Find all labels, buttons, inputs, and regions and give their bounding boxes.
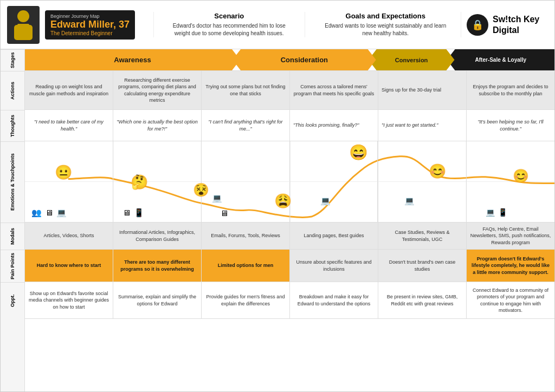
pain-3: Limited options for men: [202, 250, 290, 282]
goals-section: Goals and Expectations Edward wants to l…: [311, 12, 462, 37]
oppt-4: Breakdown and make it easy for Edward to…: [290, 282, 378, 318]
action-1: Reading up on weight loss and muscle gai…: [25, 71, 113, 109]
devices-5: 💻: [404, 196, 415, 206]
emoji-2: 🤔: [131, 174, 148, 191]
people-icon: 👥: [31, 208, 42, 218]
pain-2: There are too many different programs so…: [113, 250, 202, 282]
label-thoughts: Thoughts: [1, 110, 24, 141]
pain-5: Doesn't trust brand's own case studies: [378, 250, 467, 282]
mobile-icon-2: 📱: [134, 208, 144, 218]
avatar: [7, 6, 40, 44]
emotions-row: 😐 🤔 😵 😩 😄 😊 😊 👥 🖥 💻 🖥 📱: [25, 141, 554, 223]
scenario-title: Scenario: [165, 12, 294, 20]
devices-1: 👥 🖥 💻: [31, 208, 67, 218]
oppt-row: Show up on Edward's favorite social medi…: [25, 282, 554, 319]
persona-section: Beginner Journey Map Edward Miller, 37 T…: [7, 6, 148, 44]
laptop-icon-3: 💻: [212, 193, 222, 203]
laptop-icon-1: 💻: [56, 208, 67, 218]
label-actions: Actions: [1, 71, 24, 110]
thought-3: "I can't find anything that's right for …: [202, 110, 290, 141]
mobile-icon-6: 📱: [498, 208, 507, 217]
thought-1: "I need to take better care of my health…: [25, 110, 113, 141]
label-stages: Stages: [1, 49, 24, 71]
emoji-5: 😄: [349, 143, 368, 161]
header: Beginner Journey Map Edward Miller, 37 T…: [1, 1, 554, 49]
modal-5: Case Studies, Reviews & Testimonials, UG…: [378, 223, 467, 249]
laptop-icon-5: 💻: [404, 196, 415, 206]
oppt-2: Summarise, explain and simplify the opti…: [113, 282, 202, 318]
pain-1: Hard to know where to start: [25, 250, 113, 282]
laptop-icon-4: 💻: [320, 196, 331, 206]
devices-4: 💻: [320, 196, 331, 206]
thought-2: "Which one is actually the best option f…: [113, 110, 202, 141]
action-4: Comes across a tailored mens' program th…: [290, 71, 378, 109]
action-2: Researching different exercise programs,…: [113, 71, 202, 109]
devices-6: 💻 📱: [486, 208, 507, 217]
scenario-section: Scenario Edward's doctor has recommended…: [153, 12, 305, 37]
modal-1: Articles, Videos, Shorts: [25, 223, 113, 249]
persona-label: Beginner Journey Map: [50, 14, 130, 19]
oppt-3: Provide guides for men's fitness and exp…: [202, 282, 290, 318]
persona-info: Beginner Journey Map Edward Miller, 37 T…: [45, 10, 135, 40]
thoughts-row: "I need to take better care of my health…: [25, 110, 554, 141]
devices-3: 💻: [212, 193, 222, 203]
modals-row: Articles, Videos, Shorts Informational A…: [25, 223, 554, 250]
desktop-icon-1: 🖥: [45, 208, 53, 218]
brand-section: 🔒 Sw!tch Key Digital: [467, 14, 548, 36]
action-5: Signs up for the 30-day trial: [378, 71, 467, 109]
brand-name: Sw!tch Key Digital: [493, 14, 539, 35]
journey-map: Beginner Journey Map Edward Miller, 37 T…: [0, 0, 555, 392]
goals-title: Goals and Expectations: [321, 12, 450, 20]
thought-5: "I just want to get started.": [378, 110, 467, 141]
stage-aftersale: After-Sale & Loyally: [447, 49, 555, 70]
label-oppt: Oppt.: [1, 282, 24, 319]
persona-title: The Determined Beginner: [50, 30, 130, 36]
pain-6: Program doesn't fit Edward's lifestyle c…: [467, 250, 554, 282]
pain-row: Hard to know where to start There are to…: [25, 250, 554, 282]
modal-4: Landing pages, Best guides: [290, 223, 378, 249]
modal-6: FAQs, Help Centre, Email Newsletters, SM…: [467, 223, 554, 249]
devices-2: 🖥 📱: [122, 208, 144, 218]
desktop-icon-3: 🖥: [220, 208, 228, 218]
devices-3b: 🖥: [220, 208, 228, 218]
thought-6: "It's been helping me so far, I'll conti…: [467, 110, 554, 141]
action-6: Enjoys the program and decides to subscr…: [467, 71, 554, 109]
emoji-1: 😐: [55, 164, 72, 181]
oppt-1: Show up on Edward's favorite social medi…: [25, 282, 113, 318]
svg-rect-2: [17, 24, 29, 27]
actions-row: Reading up on weight loss and muscle gai…: [25, 71, 554, 110]
oppt-6: Connect Edward to a community of promote…: [467, 282, 554, 318]
label-modals: Modals: [1, 223, 24, 250]
oppt-5: Be present in review sites, GMB, Reddit …: [378, 282, 467, 318]
emotion-curve: [25, 141, 554, 222]
svg-point-0: [17, 10, 29, 22]
row-labels: Stages Actions Thoughts Emotions & Touch…: [1, 49, 25, 391]
svg-rect-1: [14, 25, 33, 40]
modal-3: Emails, Forums, Tools, Reviews: [202, 223, 290, 249]
pain-4: Unsure about specific features and inclu…: [290, 250, 378, 282]
label-emotions: Emotions & Touchpoints: [1, 141, 24, 223]
desktop-icon-2: 🖥: [122, 208, 131, 218]
stage-awareness: Awareness: [25, 49, 240, 70]
content-grid: Awareness Consideration Conversion After…: [25, 49, 554, 391]
scenario-text: Edward's doctor has recommended him to l…: [165, 22, 294, 37]
emoji-7: 😊: [513, 168, 529, 184]
stage-consideration: Consideration: [233, 49, 376, 70]
laptop-icon-6: 💻: [486, 208, 495, 217]
persona-name: Edward Miller, 37: [50, 19, 130, 30]
action-3: Trying out some plans but not finding on…: [202, 71, 290, 109]
goals-text: Edward wants to lose weight sustainably …: [321, 22, 450, 37]
emoji-3: 😵: [193, 182, 209, 198]
stage-conversion: Conversion: [369, 49, 455, 70]
emoji-6: 😊: [429, 163, 446, 180]
emoji-4: 😩: [274, 193, 292, 210]
main-content: Stages Actions Thoughts Emotions & Touch…: [1, 49, 554, 391]
stages-row: Awareness Consideration Conversion After…: [25, 49, 554, 71]
modal-2: Informational Articles, Infographics, Co…: [113, 223, 202, 249]
label-pain: Pain Points: [1, 250, 24, 282]
thought-4: "This looks promising, finally?": [290, 110, 378, 141]
brand-logo: 🔒: [467, 14, 488, 36]
